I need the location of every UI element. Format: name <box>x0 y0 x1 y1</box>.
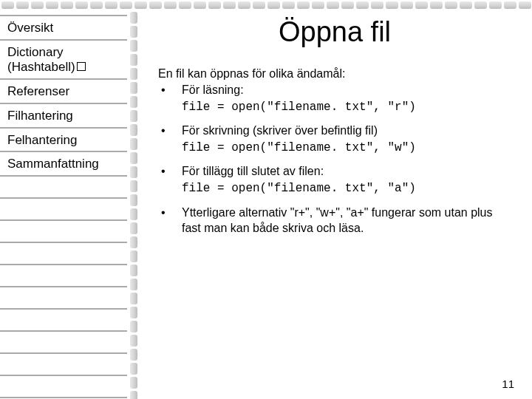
vertical-divider <box>130 10 137 399</box>
page-title: Öppna fil <box>158 16 511 48</box>
bullet-dot: • <box>158 163 182 197</box>
list-item: • Ytterligare alternativ "r+", "w+", "a+… <box>158 205 511 236</box>
bullet-text: För skrivning (skriver över befintlig fi… <box>182 123 511 156</box>
content-area: Öppna fil En fil kan öppnas för olika än… <box>137 10 532 399</box>
list-item: • För skrivning (skriver över befintlig … <box>158 123 511 156</box>
sidebar-item-felhantering[interactable]: Felhantering <box>0 129 127 153</box>
sidebar-empty-row <box>0 221 127 243</box>
sidebar-empty-row <box>0 287 127 310</box>
sidebar-empty-row <box>0 177 127 199</box>
sidebar-item-label: Filhantering <box>7 109 73 123</box>
bullet-text: För läsning: file = open("filename. txt"… <box>182 82 511 115</box>
sidebar-empty-row <box>0 354 127 376</box>
bullet-dot: • <box>158 123 182 156</box>
sidebar-empty-row <box>0 199 127 221</box>
bullet-text: För tillägg till slutet av filen: file =… <box>182 163 511 197</box>
sidebar-item-label: Felhantering <box>7 133 78 147</box>
sidebar-empty-row <box>0 376 127 398</box>
sidebar-empty-row <box>0 243 127 265</box>
intro-text: En fil kan öppnas för olika ändamål: <box>158 67 511 81</box>
list-item: • För läsning: file = open("filename. tx… <box>158 82 511 115</box>
sidebar-item-filhantering[interactable]: Filhantering <box>0 104 127 129</box>
sidebar-item-label: Sammanfattning <box>7 157 99 171</box>
bullet-list: • För läsning: file = open("filename. tx… <box>158 82 511 236</box>
sidebar-item-dictionary[interactable]: Dictionary (Hashtabell) <box>0 41 127 80</box>
sidebar-empty-row <box>0 332 127 354</box>
sidebar-item-oversikt[interactable]: Översikt <box>0 15 127 41</box>
sidebar-item-referenser[interactable]: Referenser <box>0 80 127 104</box>
list-item: • För tillägg till slutet av filen: file… <box>158 163 511 197</box>
sidebar-item-label: Dictionary (Hashtabell) <box>7 45 75 75</box>
top-decoration <box>0 0 532 10</box>
bullet-dot: • <box>158 205 182 236</box>
main-layout: Översikt Dictionary (Hashtabell) Referen… <box>0 10 532 399</box>
page-number: 11 <box>502 378 514 390</box>
sidebar-item-label: Översikt <box>7 21 53 35</box>
bullet-dot: • <box>158 82 182 115</box>
sidebar-item-sammanfattning[interactable]: Sammanfattning <box>0 152 127 177</box>
sidebar-item-label: Referenser <box>7 84 69 98</box>
checkbox-icon <box>77 62 86 71</box>
sidebar-empty-row <box>0 310 127 332</box>
sidebar: Översikt Dictionary (Hashtabell) Referen… <box>0 10 137 399</box>
sidebar-empty-row <box>0 265 127 287</box>
bullet-text: Ytterligare alternativ "r+", "w+", "a+" … <box>182 205 511 236</box>
